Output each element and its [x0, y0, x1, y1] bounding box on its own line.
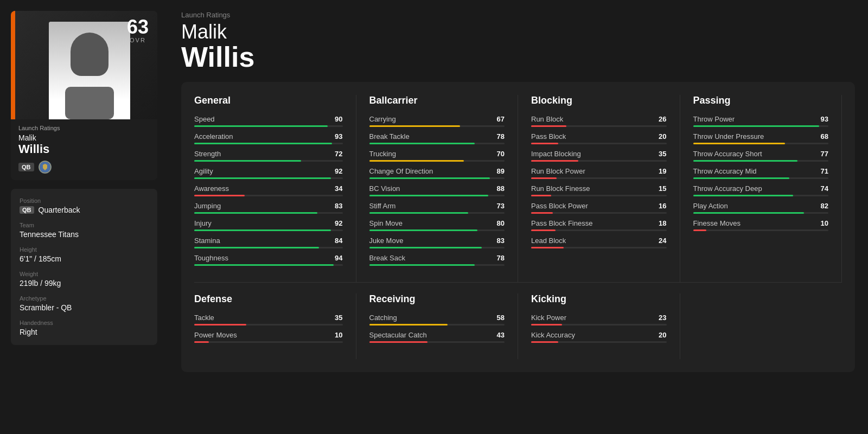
stat-item: Pass Block Finesse18	[531, 219, 667, 231]
position-value: Quarterback	[39, 206, 80, 214]
stat-value: 67	[489, 115, 505, 123]
stat-value: 80	[489, 219, 505, 227]
stat-bar-fill	[693, 143, 786, 144]
stat-bar-fill	[369, 229, 478, 231]
stat-bar-background	[369, 247, 505, 248]
stat-item: Run Block Finesse15	[531, 184, 667, 196]
stat-row: Throw Accuracy Mid71	[693, 167, 829, 175]
archetype-row: Archetype Scrambler - QB	[20, 295, 149, 312]
stat-bar-fill	[369, 341, 427, 343]
stat-row: Kick Power23	[531, 314, 667, 322]
stat-row: Tackle35	[194, 314, 343, 322]
stat-bar-background	[531, 324, 667, 326]
stat-row: Impact Blocking35	[531, 150, 667, 158]
stat-row: Run Block26	[531, 115, 667, 123]
stat-bar-background	[369, 341, 505, 343]
stat-name: Break Tackle	[369, 132, 490, 141]
stat-bar-background	[369, 125, 505, 127]
team-logo	[39, 161, 52, 174]
category-title-receiving: Receiving	[369, 293, 505, 305]
card-badges: QB	[18, 161, 150, 174]
stat-name: Throw Accuracy Deep	[693, 184, 814, 193]
stat-name: Play Action	[693, 202, 814, 210]
stat-item: Agility92	[194, 167, 343, 179]
stat-value: 23	[652, 314, 667, 322]
position-badge: QB	[18, 163, 34, 171]
stat-item: Strength72	[194, 150, 343, 162]
stat-bar-fill	[194, 324, 246, 326]
category-receiving: ReceivingCatching58Spectacular Catch43	[356, 293, 519, 359]
stat-bar-fill	[531, 125, 566, 127]
stat-row: Pass Block Power16	[531, 202, 667, 210]
stat-item: Change Of Direction89	[369, 167, 505, 179]
stat-row: Agility92	[194, 167, 343, 175]
stat-value: 10	[328, 331, 343, 339]
stat-item: Throw Accuracy Short77	[693, 150, 829, 162]
stat-item: Run Block26	[531, 115, 667, 127]
stat-name: Juke Move	[369, 237, 490, 245]
category-ballcarrier: BallcarrierCarrying67Break Tackle78Truck…	[356, 95, 519, 282]
stat-bar-fill	[531, 177, 557, 179]
card-last-name: Willis	[18, 142, 150, 156]
stat-name: Throw Accuracy Short	[693, 150, 814, 158]
stat-name: Lead Block	[531, 237, 652, 245]
stat-item: Catching58	[369, 314, 505, 326]
player-photo	[49, 22, 130, 119]
stat-bar-fill	[693, 177, 789, 179]
stat-name: Run Block Finesse	[531, 184, 652, 193]
stat-bar-background	[194, 341, 343, 343]
stat-row: Throw Under Pressure68	[693, 132, 829, 141]
stat-value: 72	[328, 150, 343, 158]
stat-item: Speed90	[194, 115, 343, 127]
category-general: GeneralSpeed90Acceleration93Strength72Ag…	[194, 95, 356, 282]
stat-bar-fill	[531, 212, 553, 214]
category-title-blocking: Blocking	[531, 95, 667, 106]
stat-name: Pass Block Finesse	[531, 219, 652, 227]
stat-name: Stamina	[194, 237, 328, 245]
stat-value: 15	[652, 184, 667, 193]
stat-item: Lead Block24	[531, 237, 667, 248]
stat-value: 92	[328, 219, 343, 227]
stat-value: 82	[813, 202, 828, 210]
stat-bar-fill	[194, 160, 301, 162]
category-title-ballcarrier: Ballcarrier	[369, 95, 505, 106]
orange-stripe	[11, 11, 15, 119]
stat-name: BC Vision	[369, 184, 490, 193]
player-last-name: Willis	[181, 43, 855, 71]
stat-bar-background	[369, 160, 505, 162]
stat-value: 20	[652, 132, 667, 141]
stat-bar-background	[693, 143, 829, 144]
stat-value: 19	[652, 167, 667, 175]
stat-bar-background	[531, 160, 667, 162]
stat-bar-background	[531, 341, 667, 343]
main-panel: Launch Ratings Malik Willis GeneralSpeed…	[168, 0, 868, 434]
stat-row: Pass Block Finesse18	[531, 219, 667, 227]
handedness-label: Handedness	[20, 320, 149, 326]
stat-row: Awareness34	[194, 184, 343, 193]
stat-bar-background	[531, 212, 667, 214]
category-title-defense: Defense	[194, 293, 343, 305]
position-label: Position	[20, 197, 149, 204]
page-header: Launch Ratings Malik Willis	[181, 11, 855, 71]
stat-name: Trucking	[369, 150, 490, 158]
stat-bar-fill	[194, 143, 332, 144]
stat-value: 71	[813, 167, 828, 175]
stat-name: Throw Power	[693, 115, 814, 123]
stat-bar-background	[194, 229, 343, 231]
stat-item: Throw Accuracy Deep74	[693, 184, 829, 196]
stat-bar-background	[369, 143, 505, 144]
launch-ratings-header: Launch Ratings	[181, 11, 855, 19]
stat-row: Break Tackle78	[369, 132, 505, 141]
stat-item: Break Sack78	[369, 254, 505, 266]
stat-name: Change Of Direction	[369, 167, 490, 175]
stat-value: 73	[489, 202, 505, 210]
stat-bar-fill	[369, 247, 482, 248]
handedness-value: Right	[20, 328, 149, 336]
stat-bar-fill	[194, 125, 328, 127]
team-row: Team Tennessee Titans	[20, 222, 149, 239]
stat-row: Strength72	[194, 150, 343, 158]
stat-bar-background	[531, 143, 667, 144]
stat-name: Tackle	[194, 314, 328, 322]
weight-row: Weight 219lb / 99kg	[20, 271, 149, 288]
stat-name: Pass Block Power	[531, 202, 652, 210]
